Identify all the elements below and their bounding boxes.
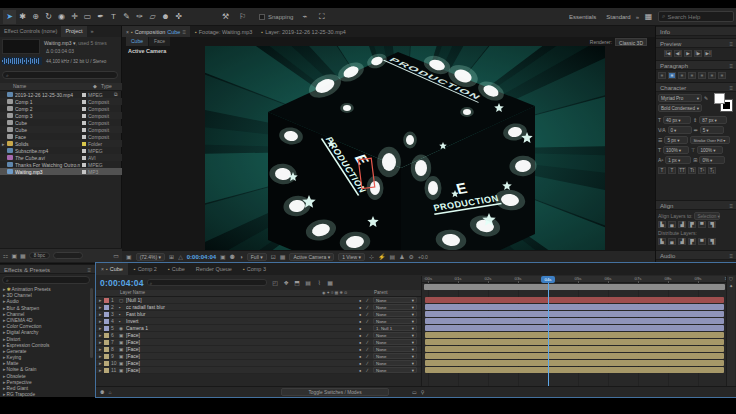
layer-duration-bar[interactable] [425,346,724,352]
view-layout-dropdown[interactable]: 1 View ▾ [338,253,365,261]
timeline-layer-row[interactable]: ▸11▣[Face]●∕None▾ [96,367,421,374]
effects-panel-header[interactable]: Effects & Presets≡ [0,264,95,274]
timeline-tab-3[interactable]: Render Queue [191,263,237,275]
timeline-layer-row[interactable]: ▸8▣[Face]●∕None▾ [96,346,421,353]
shape-tool-icon[interactable]: ▭ [81,10,94,24]
track-camera-tool-icon[interactable]: ◉ [55,10,68,24]
bit-depth-button[interactable]: 8 bpc [29,252,50,259]
panel-menu-icon[interactable]: ≡ [729,201,733,209]
faux-style-button-1[interactable]: T [668,167,676,174]
search-help-box[interactable]: ⌕ Search Help [658,11,734,22]
layer-label-swatch[interactable] [104,368,109,373]
project-item-row[interactable]: 2019-12-26 12-25-30.mp4MPEG⧉ [0,91,122,98]
transparency-grid-icon[interactable]: ▦ [280,253,286,260]
panel-overflow-icon[interactable]: » [87,26,98,37]
character-panel-header[interactable]: Character≡ [656,82,736,92]
workspace-icon-1[interactable]: ⚐ [236,10,249,24]
timeline-tab-4[interactable]: ▪Comp 3 [238,263,271,275]
expander-icon[interactable]: ▸ [3,385,6,391]
align-button-4[interactable]: ▀ [698,221,706,228]
fast-previews-icon[interactable]: ⚡ [378,253,386,260]
video-eye-icon[interactable]: ● [359,340,367,345]
project-item-row[interactable]: ▸SolidsFolder [0,140,122,147]
transport-button-2[interactable]: ▶ [684,50,692,57]
align-button-3[interactable]: ▛ [688,221,696,228]
tab-composition-cube[interactable]: × ▪ Composition Cube ≡ [122,26,190,37]
timeline-toolbar-icon-3[interactable]: ▤ [303,279,314,286]
layer-label-swatch[interactable] [104,298,109,303]
timeline-track-area[interactable]: :00s01s02s03s04s05s06s07s08s09s10s 04s [421,276,726,386]
layer-label-swatch[interactable] [104,333,109,338]
snapshot-icon[interactable]: ▣ [220,253,226,260]
video-eye-icon[interactable]: ● [359,305,367,310]
project-search-input[interactable]: ⌕ [2,71,118,79]
align-button-0[interactable]: ▙ [658,221,666,228]
stroke-mode-dropdown[interactable]: Stroke Over Fill ▾ [690,136,730,144]
snapping-checkbox[interactable] [259,14,265,20]
exposure-reset-icon[interactable]: ⚙ [409,253,414,260]
close-icon[interactable]: × [126,29,129,35]
font-size-input[interactable]: 40 px ▾ [663,116,691,124]
video-eye-icon[interactable]: ● [359,319,367,324]
magnification-dropdown[interactable]: (72.4%) ▾ [136,253,165,261]
label-swatch[interactable] [82,128,86,132]
expander-icon[interactable]: ▸ [3,391,6,397]
expander-icon[interactable]: ▸ [3,317,6,323]
label-swatch[interactable] [82,114,86,118]
timeline-bottom-icon-0[interactable]: ⚉ [100,389,104,395]
timeline-toolbar-icon-4[interactable]: ⌇ [314,279,325,286]
align-panel-header[interactable]: Align≡ [656,200,736,210]
faux-style-button-3[interactable]: Tt [688,167,696,174]
layer-label-swatch[interactable] [104,312,109,317]
faux-style-button-5[interactable]: T₁ [708,167,716,174]
distribute-button-2[interactable]: ▟ [678,238,686,245]
timeline-layer-row[interactable]: ▸3▪Fast blur●∕None▾ [96,311,421,318]
timeline-layer-row[interactable]: ▸9▣[Face]●∕None▾ [96,353,421,360]
label-swatch[interactable] [82,142,86,146]
distribute-button-0[interactable]: ▙ [658,238,666,245]
label-swatch[interactable] [82,93,86,97]
faux-style-button-2[interactable]: TT [678,167,686,174]
panel-menu-icon[interactable]: ≡ [729,83,733,91]
timeline-toolbar-icon-5[interactable]: ▦ [325,279,336,286]
type-tool-icon[interactable]: T [107,10,120,24]
eraser-tool-icon[interactable]: ▱ [146,10,159,24]
paragraph-align-button-6[interactable]: ≡ [718,72,726,79]
layer-duration-bar[interactable] [425,332,724,338]
expander-icon[interactable]: ▸ [3,342,6,348]
tsume-input[interactable]: 0% ▾ [699,156,725,164]
layer-duration-bar[interactable] [425,360,724,366]
transport-button-1[interactable]: ◀I [674,50,682,57]
workspace-icon-0[interactable]: ⚒ [219,10,232,24]
project-item-row[interactable]: Waiting.mp3MP3 [0,168,122,175]
parent-dropdown[interactable]: None▾ [373,311,417,317]
project-item-row[interactable]: Comp 1Composit [0,98,122,105]
time-ruler[interactable]: :00s01s02s03s04s05s06s07s08s09s10s [422,276,727,283]
label-swatch[interactable] [82,170,86,174]
effects-search-input[interactable]: ⌕ [2,276,90,284]
video-eye-icon[interactable]: ● [359,326,367,331]
parent-dropdown[interactable]: None▾ [373,332,417,338]
project-bottom-icon-2[interactable]: ▦ [20,252,26,259]
layer-label-swatch[interactable] [104,305,109,310]
expander-icon[interactable]: ▸ [3,298,6,304]
parent-dropdown[interactable]: None▾ [373,367,417,373]
timeline-toolbar-icon-0[interactable]: ◰ [270,279,281,286]
expander-icon[interactable]: ▸ [3,379,6,385]
parent-dropdown[interactable]: None▾ [373,353,417,359]
subtab-face[interactable]: Face [149,37,170,46]
label-swatch[interactable] [82,107,86,111]
toggle-switches-modes-button[interactable]: Toggle Switches / Modes [281,388,389,396]
resolution-dropdown[interactable]: Full ▾ [247,253,267,261]
panel-menu-icon[interactable]: ≡ [182,29,186,35]
transport-button-4[interactable]: ▶I [704,50,712,57]
workspace-grid-icon[interactable]: ▦ [642,10,655,24]
timeline-zoom-icon-0[interactable]: ▭ [412,389,417,395]
label-swatch[interactable] [82,100,86,104]
pixel-aspect-icon[interactable]: ⊹ [369,253,374,260]
expander-icon[interactable]: ▸ [3,305,6,311]
paragraph-align-button-5[interactable]: ≡ [708,72,716,79]
project-item-row[interactable]: The Cube.aviAVI [0,154,122,161]
timeline-tab-0[interactable]: ×▪Cube [96,263,128,275]
show-channel-icon[interactable]: ◑ [239,254,243,260]
